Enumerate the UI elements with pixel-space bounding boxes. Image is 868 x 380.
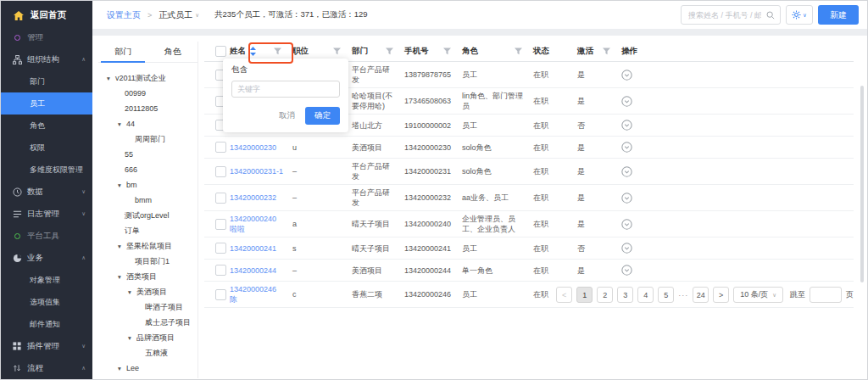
row-checkbox[interactable]	[215, 193, 226, 204]
row-actions-button[interactable]	[621, 93, 854, 109]
sidebar-item-permission[interactable]: 权限	[1, 137, 92, 159]
employee-name-link[interactable]: 13420000244	[230, 263, 292, 278]
page-button[interactable]: 3	[617, 287, 633, 303]
tree-node[interactable]: ▾品牌酒项目	[98, 330, 198, 345]
row-actions-button[interactable]	[621, 240, 854, 256]
row-actions-button[interactable]	[621, 164, 854, 180]
sidebar-item-platform-tools[interactable]: 平台工具	[1, 225, 92, 247]
search-icon[interactable]	[766, 11, 775, 20]
filter-icon[interactable]	[603, 48, 610, 55]
sort-icon[interactable]	[250, 47, 256, 56]
sidebar-item-role[interactable]: 角色	[1, 115, 92, 137]
sidebar-item-multidim-permission[interactable]: 多维度权限管理	[1, 159, 92, 181]
tree-node[interactable]: ▾bm	[98, 177, 198, 193]
caret-down-icon[interactable]: ▾	[118, 120, 126, 128]
last-page-button[interactable]: 24	[693, 287, 709, 303]
filter-cancel-button[interactable]: 取消	[277, 109, 297, 123]
vertical-scrollbar[interactable]	[860, 86, 864, 282]
cell-phone: 13420000230	[404, 140, 462, 155]
select-all-checkbox[interactable]	[215, 46, 226, 57]
page-button[interactable]: 4	[637, 287, 654, 303]
next-page-button[interactable]: >	[713, 287, 729, 303]
employee-name-link[interactable]: 13420000246陈	[230, 282, 292, 307]
caret-down-icon[interactable]: ▾	[118, 365, 126, 372]
row-checkbox[interactable]	[215, 166, 226, 177]
tree-node[interactable]: ▾酒类项目	[98, 269, 198, 284]
row-actions-button[interactable]	[621, 67, 854, 83]
create-new-button[interactable]: 新建	[818, 5, 859, 25]
caret-down-icon[interactable]: ▾	[128, 288, 136, 296]
tree-node[interactable]: 55	[98, 147, 198, 162]
tree-node[interactable]: 啤酒子项目	[98, 299, 198, 315]
row-actions-button[interactable]	[621, 262, 854, 278]
caret-down-icon[interactable]: ▾	[118, 243, 126, 250]
row-actions-button[interactable]	[621, 190, 854, 206]
caret-down-icon[interactable]: ▾	[107, 75, 115, 82]
row-actions-button[interactable]	[621, 139, 854, 155]
sidebar-item-manage[interactable]: 管理	[1, 26, 92, 48]
tree-node[interactable]: bmm	[98, 193, 198, 208]
filter-icon[interactable]	[274, 48, 281, 55]
sidebar-item-plugin-manage[interactable]: 插件管理 ∨	[1, 335, 92, 357]
sidebar-item-department[interactable]: 部门	[1, 70, 92, 92]
breadcrumb-home-link[interactable]: 设置主页	[107, 9, 141, 21]
caret-down-icon[interactable]: ▾	[128, 334, 136, 342]
back-home-link[interactable]: 返回首页	[1, 1, 92, 26]
prev-page-button[interactable]: <	[556, 287, 572, 303]
sidebar-item-data[interactable]: 数据 ∨	[1, 181, 92, 203]
tree-node[interactable]: 项目部门1	[98, 254, 198, 269]
jump-to-page-input[interactable]	[810, 287, 842, 303]
page-size-select[interactable]: 10 条/页 ∨	[733, 287, 783, 303]
employee-name-link[interactable]: 13420000231-1	[230, 164, 292, 179]
tree-node[interactable]: 20112805	[98, 101, 198, 116]
sidebar-item-object-manage[interactable]: 对象管理	[1, 269, 92, 291]
sidebar-item-workflow[interactable]: 流程 ∧	[1, 357, 92, 379]
search-input[interactable]	[687, 10, 763, 20]
row-checkbox[interactable]	[215, 219, 226, 230]
tree-node[interactable]: ▾Lee	[98, 360, 198, 376]
tree-node[interactable]: 周周部门	[98, 131, 198, 147]
employee-name-link[interactable]: 13420000240啦啦	[230, 211, 292, 237]
row-actions-button[interactable]	[621, 216, 854, 232]
filter-keyword-input[interactable]	[231, 81, 340, 98]
filter-icon[interactable]	[386, 48, 393, 55]
employee-name-link[interactable]: 13420000241	[230, 241, 292, 256]
page-ellipsis[interactable]: ···	[678, 291, 688, 299]
row-checkbox[interactable]	[215, 265, 226, 276]
caret-down-icon[interactable]: ▾	[118, 273, 126, 281]
employee-name-link[interactable]: 13420000232	[230, 190, 292, 205]
tree-node[interactable]: ▾美酒项目	[98, 284, 198, 299]
sidebar-item-log-manage[interactable]: 日志管理 ∨	[1, 203, 92, 225]
employee-name-link[interactable]: 13420000230	[230, 140, 292, 155]
tree-node[interactable]: 00999	[98, 86, 198, 101]
filter-icon[interactable]	[443, 48, 451, 55]
sidebar-item-option-sets[interactable]: 选项值集	[1, 291, 92, 313]
row-checkbox[interactable]	[215, 142, 226, 153]
settings-dropdown-button[interactable]: ∨	[786, 5, 813, 25]
row-actions-button[interactable]	[621, 117, 854, 133]
page-button[interactable]: 5	[658, 287, 674, 303]
sidebar-item-org-structure[interactable]: 组织结构 ∧	[1, 48, 92, 70]
tree-node[interactable]: 测试orgLevel	[98, 208, 198, 223]
tab-role[interactable]: 角色	[148, 42, 198, 62]
breadcrumb-current-dropdown[interactable]: 正式员工 ∨	[159, 9, 199, 21]
row-checkbox[interactable]	[215, 243, 226, 254]
page-button[interactable]: 1	[576, 287, 593, 303]
filter-icon[interactable]	[333, 48, 341, 55]
tree-node[interactable]: ▾44	[98, 116, 198, 131]
caret-down-icon[interactable]: ▾	[118, 182, 126, 189]
tree-node[interactable]: 五粮液	[98, 345, 198, 360]
tab-department[interactable]: 部门	[98, 42, 148, 62]
tree-node[interactable]: 威士忌子项目	[98, 315, 198, 330]
tree-node[interactable]: ▾坚果松鼠项目	[98, 238, 198, 254]
tree-node[interactable]: 666	[98, 162, 198, 177]
sidebar-item-employee[interactable]: 员工	[1, 92, 92, 115]
sidebar-item-business[interactable]: 业务 ∧	[1, 247, 92, 269]
filter-confirm-button[interactable]: 确定	[305, 107, 340, 125]
page-button[interactable]: 2	[597, 287, 613, 303]
tree-node[interactable]: ▾v2011测试企业	[98, 70, 198, 86]
sidebar-item-mail-notice[interactable]: 邮件通知	[1, 313, 92, 335]
filter-icon[interactable]	[515, 48, 522, 55]
row-checkbox[interactable]	[215, 289, 226, 300]
tree-node[interactable]: 订单	[98, 223, 198, 238]
